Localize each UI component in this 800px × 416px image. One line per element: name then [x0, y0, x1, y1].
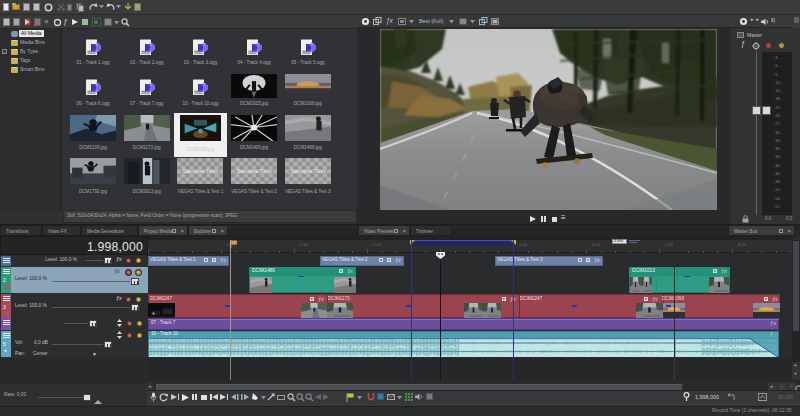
svg-text:Sample Text: Sample Text — [236, 168, 272, 175]
svg-text:Sample Text: Sample Text — [183, 168, 219, 175]
svg-text:Sample Text: Sample Text — [290, 168, 326, 175]
